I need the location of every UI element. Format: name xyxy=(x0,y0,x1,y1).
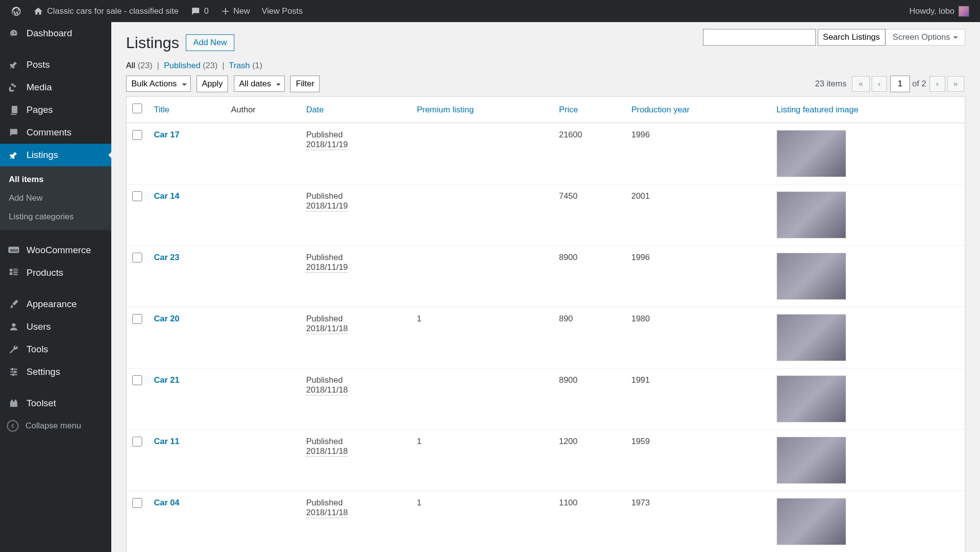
menu-appearance[interactable]: Appearance xyxy=(0,293,111,315)
woo-icon: woo xyxy=(8,244,20,256)
row-price: 8900 xyxy=(553,368,625,430)
row-title-link[interactable]: Car 11 xyxy=(154,437,179,446)
submenu-categories[interactable]: Listing categories xyxy=(0,208,111,226)
thumbnail-image xyxy=(777,498,846,545)
menu-settings[interactable]: Settings xyxy=(0,361,111,383)
prev-page-button[interactable]: ‹ xyxy=(872,76,887,92)
submenu-all-items[interactable]: All items xyxy=(0,170,111,189)
row-price: 21600 xyxy=(553,123,625,184)
submenu-add-new[interactable]: Add New xyxy=(0,189,111,208)
caret-down-icon xyxy=(953,36,958,41)
filter-all[interactable]: All xyxy=(126,61,135,70)
wp-logo[interactable] xyxy=(5,0,27,22)
row-title-link[interactable]: Car 14 xyxy=(154,191,179,201)
last-page-button[interactable]: » xyxy=(947,76,964,92)
col-premium[interactable]: Premium listing xyxy=(411,97,553,123)
menu-dashboard[interactable]: Dashboard xyxy=(0,22,111,45)
menu-pages[interactable]: Pages xyxy=(0,99,111,121)
screen-options-button[interactable]: Screen Options xyxy=(885,29,965,46)
howdy-link[interactable]: Howdy, lobo xyxy=(904,6,975,17)
table-row: Car 04Published2018/11/18111001973 xyxy=(126,491,965,552)
thumbnail-image xyxy=(777,314,846,361)
submenu-listings: All items Add New Listing categories xyxy=(0,166,111,230)
col-title[interactable]: Title xyxy=(148,97,225,123)
row-title-link[interactable]: Car 23 xyxy=(154,253,179,262)
row-author xyxy=(225,430,300,491)
menu-users[interactable]: Users xyxy=(0,315,111,338)
col-date[interactable]: Date xyxy=(300,97,411,123)
row-image xyxy=(771,368,965,430)
collapse-menu[interactable]: Collapse menu xyxy=(0,415,111,437)
row-year: 1959 xyxy=(626,430,771,491)
search-button[interactable]: Search Listings xyxy=(818,29,885,46)
menu-woocommerce[interactable]: wooWooCommerce xyxy=(0,239,111,262)
next-page-button[interactable]: › xyxy=(930,76,945,92)
first-page-button[interactable]: « xyxy=(852,76,869,92)
view-posts-link[interactable]: View Posts xyxy=(256,0,309,22)
row-date: Published2018/11/18 xyxy=(300,368,411,430)
col-image[interactable]: Listing featured image xyxy=(771,97,965,123)
row-image xyxy=(771,246,965,307)
date-filter-select[interactable]: All dates xyxy=(234,76,285,92)
wrench-icon xyxy=(8,343,20,355)
new-link[interactable]: New xyxy=(215,0,256,22)
select-all-checkbox[interactable] xyxy=(132,104,142,113)
row-checkbox[interactable] xyxy=(132,191,142,201)
menu-listings[interactable]: Listings xyxy=(0,144,111,166)
site-link[interactable]: Classic cars for sale - classified site xyxy=(27,0,184,22)
row-checkbox[interactable] xyxy=(132,437,142,447)
table-row: Car 14Published2018/11/1974502001 xyxy=(126,184,965,246)
menu-media[interactable]: Media xyxy=(0,76,111,99)
row-premium: 1 xyxy=(411,430,553,491)
col-price[interactable]: Price xyxy=(553,97,625,123)
row-date: Published2018/11/18 xyxy=(300,430,411,491)
menu-posts[interactable]: Posts xyxy=(0,53,111,76)
row-checkbox[interactable] xyxy=(132,314,142,324)
row-year: 1996 xyxy=(626,246,771,307)
filter-published[interactable]: Published xyxy=(164,61,201,70)
comments-link[interactable]: 0 xyxy=(184,0,214,22)
row-title-link[interactable]: Car 20 xyxy=(154,314,179,323)
col-year[interactable]: Production year xyxy=(626,97,771,123)
table-row: Car 23Published2018/11/1989001996 xyxy=(126,246,965,307)
pin-icon xyxy=(8,59,20,71)
toolset-icon xyxy=(8,397,20,409)
row-date: Published2018/11/18 xyxy=(300,491,411,552)
row-author xyxy=(225,368,300,430)
select-all-header xyxy=(126,97,149,123)
row-price: 1100 xyxy=(553,491,625,552)
row-author xyxy=(225,184,300,246)
search-input[interactable] xyxy=(703,29,816,46)
row-checkbox[interactable] xyxy=(132,498,142,508)
row-author xyxy=(225,123,300,184)
menu-toolset[interactable]: Toolset xyxy=(0,392,111,415)
row-title-link[interactable]: Car 21 xyxy=(154,375,179,385)
filter-button[interactable]: Filter xyxy=(290,76,320,92)
search-box: Search Listings xyxy=(703,29,885,46)
pages-icon xyxy=(8,104,20,116)
row-title-link[interactable]: Car 04 xyxy=(154,498,179,507)
add-new-button[interactable]: Add New xyxy=(186,34,234,51)
thumbnail-image xyxy=(777,437,846,484)
menu-comments[interactable]: Comments xyxy=(0,121,111,144)
products-icon xyxy=(8,267,20,279)
content-area: Screen Options Listings Add New Search L… xyxy=(111,22,980,552)
apply-button[interactable]: Apply xyxy=(197,76,228,92)
col-author[interactable]: Author xyxy=(225,97,300,123)
row-premium xyxy=(411,246,553,307)
filter-trash[interactable]: Trash xyxy=(229,61,250,70)
current-page-input[interactable] xyxy=(890,76,910,92)
menu-tools[interactable]: Tools xyxy=(0,338,111,361)
table-row: Car 21Published2018/11/1889001991 xyxy=(126,368,965,430)
tablenav-top: Bulk Actions Apply All dates Filter 23 i… xyxy=(126,76,965,92)
bulk-actions-select[interactable]: Bulk Actions xyxy=(126,76,191,92)
row-checkbox[interactable] xyxy=(132,375,142,385)
row-checkbox[interactable] xyxy=(132,253,142,263)
page-title: Listings xyxy=(126,34,179,52)
row-title-link[interactable]: Car 17 xyxy=(154,130,179,139)
items-count: 23 items xyxy=(815,79,846,89)
avatar xyxy=(958,6,969,17)
row-author xyxy=(225,491,300,552)
row-checkbox[interactable] xyxy=(132,130,142,140)
menu-products[interactable]: Products xyxy=(0,262,111,284)
